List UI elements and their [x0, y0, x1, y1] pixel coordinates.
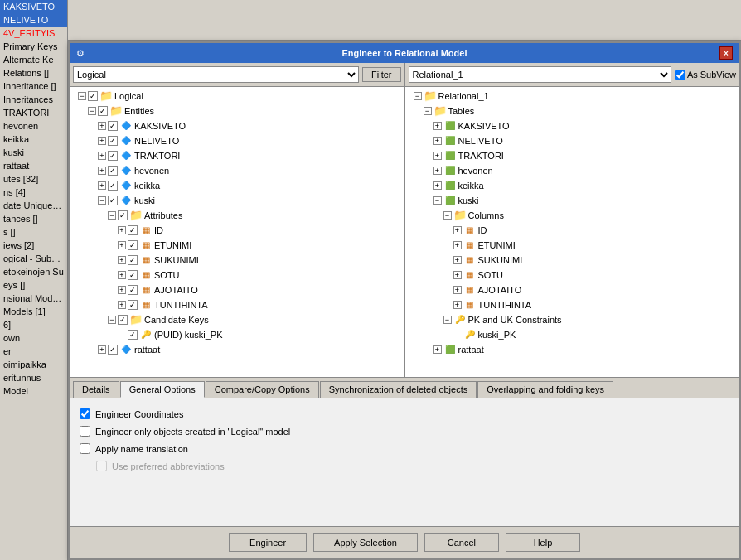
sidebar-item[interactable]: 4V_ERITYIS [0, 27, 67, 40]
expand-icon[interactable]: − [108, 211, 116, 220]
expand-icon[interactable]: − [443, 316, 452, 324]
tree-node[interactable]: + ✓ ▦ TUNTIHINTA [71, 297, 403, 312]
checkbox[interactable]: ✓ [128, 285, 138, 295]
tree-node[interactable]: − ✓ 📁 Candidate Keys [71, 312, 403, 327]
checkbox[interactable]: ✓ [128, 240, 138, 250]
expand-icon[interactable]: + [453, 241, 462, 249]
sidebar-item[interactable]: own [0, 331, 67, 345]
checkbox[interactable]: ✓ [128, 270, 138, 280]
tree-node[interactable]: + ✓ ▦ ID [71, 223, 403, 238]
sidebar-item[interactable]: iews [2] [0, 239, 67, 252]
tree-node[interactable]: 🔑 kuski_PK [407, 327, 739, 342]
tree-node[interactable]: + ▦ ID [407, 223, 739, 238]
tree-node[interactable]: − ✓ 📁 Logical [71, 89, 403, 104]
checkbox[interactable]: ✓ [108, 345, 118, 355]
expand-icon[interactable]: + [453, 301, 462, 309]
sidebar-item[interactable]: eritunnus [0, 371, 67, 384]
expand-icon[interactable]: − [78, 92, 86, 100]
sidebar-item[interactable]: NELIVETO [0, 13, 67, 27]
expand-icon[interactable]: + [433, 167, 442, 175]
tree-node[interactable]: + ✓ 🔷 hevonen [71, 163, 403, 178]
expand-icon[interactable]: + [118, 271, 126, 279]
sidebar-item[interactable]: keikka [0, 133, 67, 146]
checkbox[interactable]: ✓ [128, 330, 138, 340]
tree-node[interactable]: + ✓ 🔷 TRAKTORI [71, 148, 403, 163]
checkbox[interactable]: ✓ [88, 91, 98, 101]
tree-node[interactable]: ✓ 🔑 (PUID) kuski_PK [71, 327, 403, 342]
expand-icon[interactable]: + [98, 152, 106, 160]
sidebar-item[interactable]: ogical - SubVie [0, 252, 67, 265]
sidebar-item[interactable]: Primary Keys [0, 40, 67, 53]
apply-name-checkbox[interactable] [80, 443, 90, 454]
expand-icon[interactable]: − [108, 316, 116, 324]
sidebar-item[interactable]: utes [32] [0, 172, 67, 186]
sidebar-item[interactable]: etokeinojen Su [0, 265, 67, 278]
tree-node[interactable]: + ✓ 🔷 KAKSIVETO [71, 118, 403, 133]
sidebar-item[interactable]: hevonen [0, 119, 67, 133]
sidebar-item[interactable]: Inheritance [] [0, 80, 67, 93]
right-tree-dropdown[interactable]: Relational_1 [409, 66, 671, 83]
expand-icon[interactable]: + [118, 286, 126, 294]
tree-node[interactable]: − 🔑 PK and UK Constraints [407, 312, 739, 327]
close-button[interactable]: × [719, 46, 733, 60]
sidebar-item[interactable]: tances [] [0, 212, 67, 225]
right-tree-content[interactable]: − 📁 Relational_1 − 📁 Tables + 🟩 KAK [405, 87, 740, 377]
expand-icon[interactable]: − [424, 107, 432, 115]
sidebar-item[interactable]: ns [4] [0, 186, 67, 199]
sidebar-item[interactable]: Relations [] [0, 66, 67, 80]
checkbox[interactable]: ✓ [118, 315, 128, 325]
tree-node[interactable]: + ▦ TUNTIHINTA [407, 297, 739, 312]
sidebar-item[interactable]: oimipaikka [0, 358, 67, 371]
tree-node[interactable]: − 📁 Relational_1 [407, 89, 739, 104]
expand-icon[interactable]: + [453, 226, 462, 234]
tree-node[interactable]: + 🟩 keikka [407, 178, 739, 193]
checkbox[interactable]: ✓ [108, 136, 118, 146]
expand-icon[interactable]: + [98, 345, 106, 354]
expand-icon[interactable]: + [98, 122, 106, 130]
sidebar-item[interactable]: rattaat [0, 159, 67, 172]
tree-node[interactable]: + 🟩 rattaat [407, 342, 739, 357]
sidebar-item[interactable]: 6] [0, 318, 67, 331]
tab-details[interactable]: Details [73, 381, 119, 398]
expand-icon[interactable]: + [98, 167, 106, 175]
apply-selection-button[interactable]: Apply Selection [313, 533, 418, 552]
sidebar-item[interactable]: TRAKTORI [0, 106, 67, 119]
sidebar-item[interactable]: Alternate Ke [0, 53, 67, 66]
tree-node[interactable]: + 🟩 KAKSIVETO [407, 118, 739, 133]
expand-icon[interactable]: + [98, 181, 106, 190]
tree-node[interactable]: + ▦ AJOTAITO [407, 282, 739, 297]
checkbox[interactable]: ✓ [108, 196, 118, 205]
tab-sync-deleted[interactable]: Synchronization of deleted objects [320, 381, 477, 398]
only-created-checkbox[interactable] [80, 426, 90, 437]
tree-node[interactable]: + ✓ ▦ SUKUNIMI [71, 253, 403, 268]
sidebar-item[interactable]: KAKSIVETO [0, 0, 67, 13]
tree-node[interactable]: − ✓ 📁 Attributes [71, 208, 403, 223]
expand-icon[interactable]: − [433, 196, 442, 205]
checkbox[interactable]: ✓ [118, 210, 128, 220]
expand-icon[interactable]: − [88, 107, 96, 115]
sidebar-item[interactable]: Models [1] [0, 305, 67, 318]
expand-icon[interactable]: + [453, 286, 462, 294]
checkbox[interactable]: ✓ [108, 166, 118, 176]
tree-node[interactable]: + ✓ 🔷 NELIVETO [71, 133, 403, 148]
tree-node[interactable]: + 🟩 TRAKTORI [407, 148, 739, 163]
expand-icon[interactable]: + [433, 152, 442, 160]
assubview-checkbox[interactable] [675, 70, 685, 80]
sidebar-item[interactable]: Model [0, 384, 67, 398]
help-button[interactable]: Help [506, 533, 580, 552]
checkbox[interactable]: ✓ [108, 181, 118, 191]
checkbox[interactable]: ✓ [128, 255, 138, 265]
expand-icon[interactable]: + [118, 256, 126, 264]
sidebar-item[interactable]: Inheritances [0, 93, 67, 106]
tree-node[interactable]: + ✓ 🔷 rattaat [71, 342, 403, 357]
sidebar-item[interactable]: nsional Models [0, 292, 67, 305]
expand-icon[interactable]: + [453, 271, 462, 279]
sidebar-item[interactable]: eys [] [0, 278, 67, 292]
tree-node[interactable]: + ✓ ▦ ETUNIMI [71, 238, 403, 253]
left-tree-dropdown[interactable]: Logical [73, 66, 359, 83]
tree-node[interactable]: + ✓ 🔷 keikka [71, 178, 403, 193]
tree-node[interactable]: + 🟩 hevonen [407, 163, 739, 178]
cancel-button[interactable]: Cancel [424, 533, 499, 552]
tree-node[interactable]: − ✓ 🔷 kuski [71, 193, 403, 208]
expand-icon[interactable]: − [98, 196, 106, 205]
